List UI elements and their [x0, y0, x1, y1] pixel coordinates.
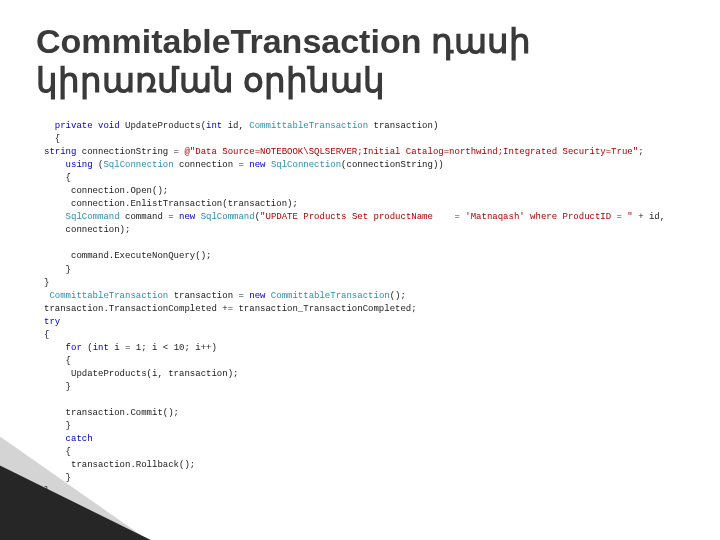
code-token: SqlConnection	[271, 160, 341, 170]
code-token: private	[55, 121, 93, 131]
code-token	[44, 343, 66, 353]
code-token: new	[179, 212, 195, 222]
code-token: SqlCommand	[66, 212, 120, 222]
code-token: try	[44, 317, 60, 327]
code-token: }	[44, 473, 71, 483]
code-token: }	[44, 265, 71, 275]
code-token: SqlConnection	[103, 160, 173, 170]
code-token: catch	[66, 434, 93, 444]
code-token: }	[44, 421, 71, 431]
code-token: (connectionString))	[341, 160, 444, 170]
code-token: connectionString =	[76, 147, 184, 157]
code-token: transaction.TransactionCompleted += tran…	[44, 304, 417, 314]
code-token: }	[44, 486, 49, 496]
code-token	[44, 212, 66, 222]
code-token: transaction)	[368, 121, 438, 131]
code-token: "UPDATE Products Set productName = 'Matn…	[260, 212, 633, 222]
code-token: connection =	[174, 160, 250, 170]
code-token: {	[44, 447, 71, 457]
code-token: string	[44, 147, 76, 157]
code-token: UpdateProducts(i, transaction);	[44, 369, 238, 379]
code-token: ();	[390, 291, 406, 301]
code-token	[44, 121, 55, 131]
code-token: transaction.Rollback();	[44, 460, 195, 470]
code-token: (	[93, 160, 104, 170]
code-token: (	[82, 343, 93, 353]
code-token: command =	[120, 212, 179, 222]
code-token	[44, 434, 66, 444]
code-token: connection.EnlistTransaction(transaction…	[44, 199, 298, 209]
slide-title: CommitableTransaction դասի կիրառման օրին…	[36, 22, 690, 100]
code-token	[44, 160, 66, 170]
code-token: int	[93, 343, 109, 353]
code-token: {	[44, 134, 60, 144]
code-token: connection.Open();	[44, 186, 168, 196]
code-token: UpdateProducts(	[120, 121, 206, 131]
code-token: CommittableTransaction	[249, 121, 368, 131]
code-token: transaction.Commit();	[44, 408, 179, 418]
code-token: using	[66, 160, 93, 170]
code-token: id,	[222, 121, 249, 131]
slide: CommitableTransaction դասի կիրառման օրին…	[0, 0, 720, 540]
code-token: }	[44, 382, 71, 392]
code-token: {	[44, 330, 49, 340]
code-token: SqlCommand	[201, 212, 255, 222]
code-token: new	[249, 291, 265, 301]
code-token: @"Data Source=NOTEBOOK\SQLSERVER;Initial…	[184, 147, 638, 157]
code-token: ;	[638, 147, 643, 157]
code-token: CommittableTransaction	[49, 291, 168, 301]
code-token: int	[206, 121, 222, 131]
code-token: void	[98, 121, 120, 131]
code-token: {	[44, 356, 71, 366]
code-token: for	[66, 343, 82, 353]
code-token: CommittableTransaction	[271, 291, 390, 301]
code-token: }	[44, 278, 49, 288]
code-token: i = 1; i < 10; i++)	[109, 343, 217, 353]
code-token: new	[249, 160, 265, 170]
code-block: private void UpdateProducts(int id, Comm…	[44, 120, 696, 498]
code-token: {	[44, 173, 71, 183]
code-token: transaction =	[168, 291, 249, 301]
code-token: command.ExecuteNonQuery();	[44, 251, 211, 261]
